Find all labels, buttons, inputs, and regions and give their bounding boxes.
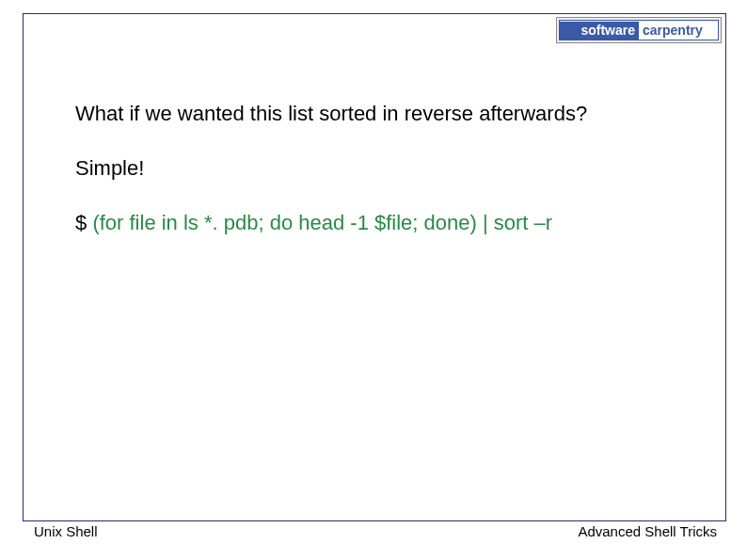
slide-content: What if we wanted this list sorted in re… bbox=[75, 102, 677, 235]
prompt-symbol: $ bbox=[75, 211, 87, 234]
footer-left: Unix Shell bbox=[34, 523, 98, 539]
question-text: What if we wanted this list sorted in re… bbox=[75, 102, 677, 126]
answer-text: Simple! bbox=[75, 156, 677, 181]
footer-right: Advanced Shell Tricks bbox=[578, 523, 717, 539]
logo-carpentry-text: carpentry bbox=[639, 22, 718, 40]
command-text: (for file in ls *. pdb; do head -1 $file… bbox=[92, 211, 552, 234]
logo-inner: software carpentry bbox=[559, 20, 719, 40]
logo-software-text: software bbox=[560, 22, 639, 40]
slide-border bbox=[23, 13, 726, 521]
command-line: $ (for file in ls *. pdb; do head -1 $fi… bbox=[75, 211, 677, 235]
logo-container: software carpentry bbox=[556, 17, 722, 43]
